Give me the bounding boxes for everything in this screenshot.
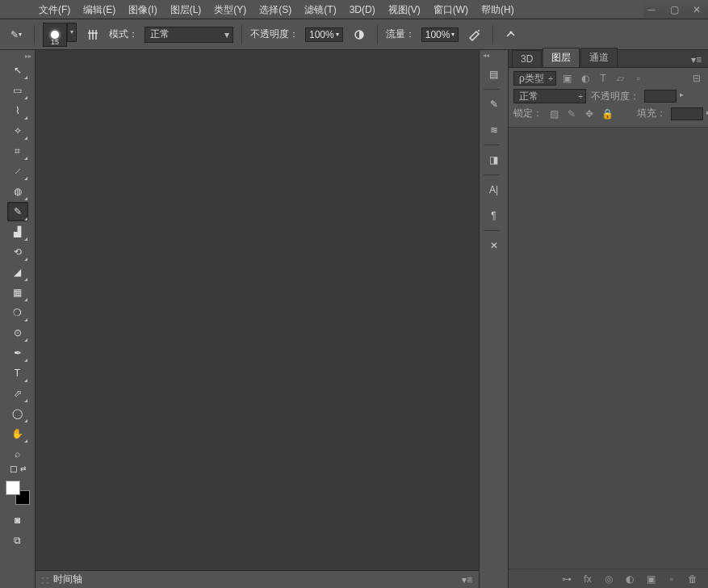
minimize-button[interactable]: ─: [640, 2, 663, 17]
airbrush-icon[interactable]: [465, 25, 484, 44]
new-layer-icon[interactable]: ▫: [664, 572, 679, 586]
menu-type[interactable]: 类型(Y): [207, 2, 253, 19]
layer-blend-mode-select[interactable]: 正常: [513, 89, 586, 103]
brush-settings-panel-icon[interactable]: ≋: [484, 119, 505, 141]
timeline-menu-icon[interactable]: ▾≡: [462, 574, 472, 586]
paragraph-panel-icon[interactable]: ¶: [484, 204, 505, 227]
eyedropper-tool[interactable]: ⟋: [7, 162, 28, 181]
menu-layer[interactable]: 图层(L): [164, 2, 208, 19]
brush-tool[interactable]: ✎: [7, 202, 28, 221]
path-select-tool[interactable]: ⬀: [7, 384, 28, 403]
filter-toggle-icon[interactable]: ⊟: [690, 72, 703, 85]
filter-shape-icon[interactable]: ▱: [614, 72, 627, 85]
lock-all-icon[interactable]: 🔒: [601, 107, 614, 120]
stamp-tool[interactable]: ▟: [7, 222, 28, 242]
pen-tool[interactable]: ✒: [7, 343, 28, 363]
crop-tool[interactable]: ⌗: [7, 141, 28, 161]
layer-mask-icon[interactable]: ◎: [601, 572, 616, 586]
gradient-tool[interactable]: ▦: [7, 283, 28, 302]
swap-colors-icon[interactable]: ⇄: [20, 464, 27, 472]
clone-source-panel-icon[interactable]: ◨: [484, 149, 505, 171]
delete-layer-icon[interactable]: 🗑: [685, 572, 700, 586]
brush-preset-dropdown[interactable]: ▾: [67, 23, 77, 42]
layer-controls: ρ 类型 ▣ ◐ T ▱ ▫ ⊟ 正常 不透明度： 锁定： ▨ ✎ ✥ 🔒 填充…: [509, 68, 708, 128]
character-panel-icon[interactable]: A|: [484, 178, 505, 201]
menu-filter[interactable]: 滤镜(T): [298, 2, 342, 19]
aux-expand-handle[interactable]: ◂◂: [483, 52, 489, 60]
magic-wand-tool[interactable]: ✧: [7, 121, 28, 141]
filter-adjust-icon[interactable]: ◐: [579, 72, 592, 85]
dodge-tool[interactable]: ⊙: [7, 323, 28, 342]
default-colors-icon[interactable]: [10, 466, 17, 472]
options-bar: ✎▾ 15 ▾ 模式： 正常 不透明度： 100%▾ 流量： 100%▾: [0, 19, 708, 50]
history-brush-tool[interactable]: ⟲: [7, 242, 28, 262]
heal-tool[interactable]: ◍: [7, 182, 28, 201]
tool-preset-icon[interactable]: ✎▾: [6, 25, 26, 44]
eraser-tool[interactable]: ◢: [7, 262, 28, 282]
menu-file[interactable]: 文件(F): [32, 2, 77, 19]
separator: [241, 25, 242, 44]
tab-3d[interactable]: 3D: [512, 50, 542, 67]
screen-mode-toggle[interactable]: ⧉: [7, 531, 28, 550]
layer-opacity-input[interactable]: [644, 90, 677, 103]
lasso-tool[interactable]: ⌇: [7, 101, 28, 120]
timeline-tab[interactable]: 时间轴: [53, 573, 82, 586]
filter-pixel-icon[interactable]: ▣: [561, 72, 574, 85]
document-canvas[interactable]: [36, 50, 479, 570]
hand-tool[interactable]: ✋: [7, 424, 28, 443]
lock-pixels-icon[interactable]: ✎: [565, 107, 578, 120]
timeline-panel: ⸬ 时间轴 ▾≡: [36, 570, 479, 588]
history-panel-icon[interactable]: ▤: [484, 63, 505, 86]
menu-3d[interactable]: 3D(D): [343, 2, 382, 17]
menu-edit[interactable]: 编辑(E): [77, 2, 122, 19]
opacity-pressure-icon[interactable]: [350, 25, 369, 44]
adjustment-layer-icon[interactable]: ◐: [622, 572, 637, 586]
marquee-tool[interactable]: ▭: [7, 81, 28, 100]
close-button[interactable]: ✕: [685, 2, 708, 17]
toolbox: ▸▸ ↖▭⌇✧⌗⟋◍✎▟⟲◢▦❍⊙✒T⬀◯✋⌕ ⇄ ◙⧉: [0, 50, 36, 588]
lock-transparency-icon[interactable]: ▨: [547, 107, 560, 120]
blend-mode-select[interactable]: 正常: [145, 27, 233, 43]
type-tool[interactable]: T: [7, 363, 28, 383]
fill-label: 填充：: [637, 107, 666, 120]
tab-channels[interactable]: 通道: [580, 48, 618, 67]
filter-smart-icon[interactable]: ▫: [632, 72, 645, 85]
zoom-tool[interactable]: ⌕: [7, 444, 28, 464]
color-swatch[interactable]: [6, 481, 30, 505]
menu-image[interactable]: 图像(I): [122, 2, 163, 19]
move-tool[interactable]: ↖: [7, 61, 28, 80]
timeline-handle-icon[interactable]: ⸬: [42, 574, 48, 586]
brush-panel-toggle-icon[interactable]: [83, 25, 103, 44]
lock-position-icon[interactable]: ✥: [583, 107, 596, 120]
flow-input[interactable]: 100%▾: [421, 27, 459, 42]
quick-mask-toggle[interactable]: ◙: [7, 510, 28, 530]
menu-select[interactable]: 选择(S): [253, 2, 298, 19]
new-group-icon[interactable]: ▣: [643, 572, 658, 586]
brush-preset-panel-icon[interactable]: ✎: [484, 93, 505, 116]
tab-layers[interactable]: 图层: [543, 48, 580, 67]
panel-menu-icon[interactable]: ▾≡: [689, 52, 703, 67]
opacity-input[interactable]: 100%▾: [305, 27, 343, 42]
layer-fill-input[interactable]: [671, 107, 703, 120]
menu-bar: 文件(F) 编辑(E) 图像(I) 图层(L) 类型(Y) 选择(S) 滤镜(T…: [0, 2, 643, 18]
separator: [34, 25, 35, 44]
blur-tool[interactable]: ❍: [7, 303, 28, 322]
menu-help[interactable]: 帮助(H): [475, 2, 521, 19]
separator: [484, 230, 501, 231]
foreground-color[interactable]: [6, 481, 20, 495]
separator: [484, 89, 501, 90]
menu-window[interactable]: 窗口(W): [427, 2, 475, 19]
layer-list[interactable]: [509, 128, 708, 569]
toolbox-collapse-handle[interactable]: ▸▸: [0, 52, 35, 60]
size-pressure-icon[interactable]: [501, 25, 521, 44]
brush-preset-picker[interactable]: 15: [43, 23, 67, 47]
menu-view[interactable]: 视图(V): [382, 2, 427, 19]
filter-type-icon[interactable]: T: [597, 72, 610, 85]
maximize-button[interactable]: ▢: [663, 2, 685, 17]
properties-panel-icon[interactable]: ✕: [484, 234, 505, 257]
layer-filter-select[interactable]: ρ 类型: [513, 71, 556, 86]
layer-style-icon[interactable]: fx: [580, 572, 595, 586]
shape-tool[interactable]: ◯: [7, 404, 28, 423]
mode-label: 模式：: [109, 27, 138, 41]
link-layers-icon[interactable]: ⊶: [559, 572, 574, 586]
